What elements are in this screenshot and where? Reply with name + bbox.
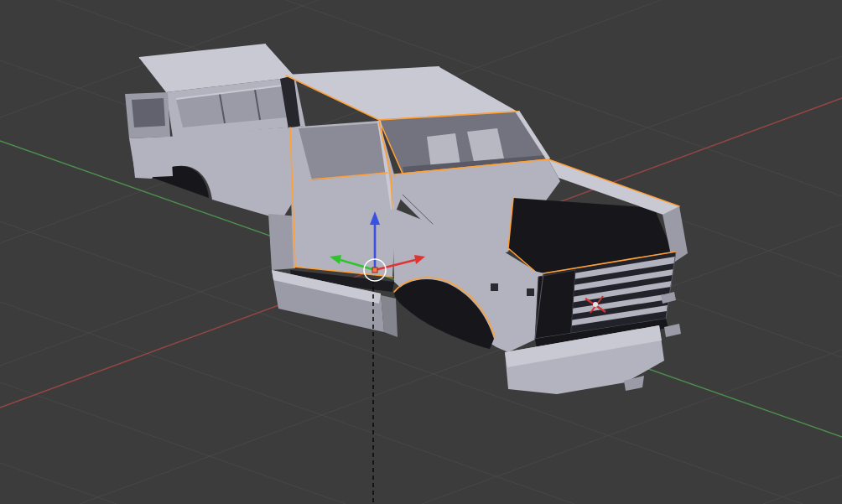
truck-tailgate[interactable] — [129, 137, 173, 178]
truck-door-glass[interactable] — [299, 123, 387, 180]
grille-emblem-white — [593, 302, 598, 307]
truck-canopy-rear-window[interactable] — [132, 98, 165, 127]
truck-headlight-opening[interactable] — [535, 270, 575, 342]
support-bracket — [527, 288, 534, 296]
viewport-3d[interactable] — [0, 0, 842, 504]
object-origin-point — [372, 268, 377, 273]
support-bracket — [491, 283, 498, 291]
